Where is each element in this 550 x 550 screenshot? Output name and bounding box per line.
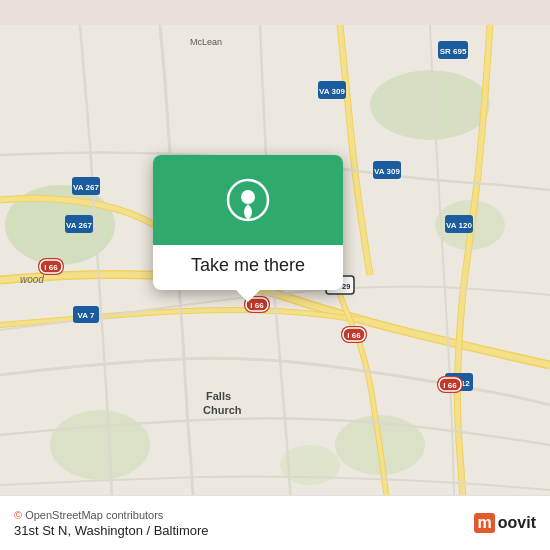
svg-text:I 66: I 66 — [44, 263, 58, 272]
copyright-text: © OpenStreetMap contributors — [14, 509, 209, 521]
svg-point-2 — [370, 70, 490, 140]
moovit-m-icon: m — [474, 513, 495, 533]
moovit-logo: m oovit — [474, 513, 536, 533]
mclean-label: McLean — [190, 37, 222, 47]
svg-text:VA 7: VA 7 — [78, 311, 95, 320]
svg-text:I 66: I 66 — [250, 301, 264, 310]
map-container: McLean VA 267 VA 267 VA 309 VA 309 VA 12… — [0, 0, 550, 550]
svg-text:I 66: I 66 — [347, 331, 361, 340]
svg-point-5 — [50, 410, 150, 480]
take-me-there-button[interactable]: Take me there — [175, 245, 321, 290]
svg-text:VA 309: VA 309 — [374, 167, 400, 176]
svg-text:VA 309: VA 309 — [319, 87, 345, 96]
svg-text:wood: wood — [20, 274, 44, 285]
svg-text:SR 695: SR 695 — [440, 47, 467, 56]
svg-text:Church: Church — [203, 404, 242, 416]
popup-green-area — [153, 155, 343, 245]
address-text: 31st St N, Washington / Baltimore — [14, 523, 209, 538]
popup-card: Take me there — [153, 155, 343, 290]
location-pin-icon — [226, 178, 270, 222]
bottom-bar: © OpenStreetMap contributors 31st St N, … — [0, 495, 550, 550]
svg-point-41 — [241, 190, 255, 204]
svg-text:VA 267: VA 267 — [66, 221, 92, 230]
moovit-text: oovit — [498, 514, 536, 532]
svg-text:VA 120: VA 120 — [446, 221, 472, 230]
svg-text:I 66: I 66 — [443, 381, 457, 390]
svg-text:Falls: Falls — [206, 390, 231, 402]
svg-text:VA 267: VA 267 — [73, 183, 99, 192]
